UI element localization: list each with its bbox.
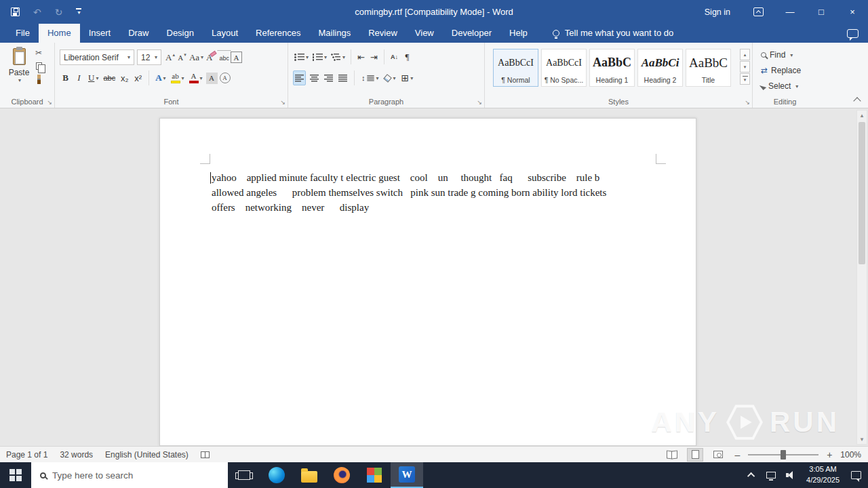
shading-button[interactable]: ▾	[383, 70, 397, 85]
styles-more-icon[interactable]: ▾	[740, 73, 750, 85]
hidden-icons-button[interactable]	[744, 462, 760, 488]
print-layout-button[interactable]	[687, 448, 703, 462]
character-border-button[interactable]: A	[231, 52, 242, 63]
style-heading-1[interactable]: AaBbC Heading 1	[589, 49, 635, 87]
shrink-font-button[interactable]: A▾	[176, 50, 188, 65]
strikethrough-button[interactable]: abc	[102, 70, 117, 85]
zoom-slider-thumb[interactable]	[781, 450, 786, 460]
close-button[interactable]: ×	[837, 0, 868, 24]
paragraph-dialog-launcher-icon[interactable]: ↘	[477, 100, 482, 106]
taskbar-word[interactable]: W	[391, 462, 423, 488]
font-size-combobox[interactable]: 12 ▾	[137, 49, 161, 65]
font-dialog-launcher-icon[interactable]: ↘	[280, 100, 285, 106]
start-button[interactable]	[0, 462, 31, 488]
align-center-button[interactable]	[309, 70, 320, 85]
tab-review[interactable]: Review	[359, 24, 406, 43]
highlight-button[interactable]: ab▾	[170, 70, 186, 85]
tab-insert[interactable]: Insert	[80, 24, 120, 43]
font-color-button[interactable]: A▾	[188, 70, 204, 85]
clipboard-dialog-launcher-icon[interactable]: ↘	[47, 100, 52, 106]
subscript-button[interactable]: x₂	[119, 70, 130, 85]
font-name-combobox[interactable]: Liberation Serif ▾	[60, 49, 134, 65]
tab-layout[interactable]: Layout	[203, 24, 247, 43]
grow-font-button[interactable]: A▴	[164, 50, 176, 65]
justify-button[interactable]	[337, 70, 349, 85]
style-normal[interactable]: AaBbCcI ¶ Normal	[493, 49, 538, 87]
scroll-up-icon[interactable]: ▴	[857, 112, 867, 119]
style-no-spacing[interactable]: AaBbCcI ¶ No Spac...	[541, 49, 587, 87]
volume-button[interactable]	[782, 462, 798, 488]
tab-file[interactable]: File	[7, 24, 39, 43]
sort-button[interactable]: A↓	[389, 49, 400, 64]
text-effects-button[interactable]: A▾	[154, 70, 167, 85]
zoom-level[interactable]: 100%	[840, 450, 861, 460]
customize-qat-icon[interactable]: ▾	[76, 8, 81, 16]
numbering-button[interactable]: ▾	[311, 49, 328, 64]
page-indicator[interactable]: Page 1 of 1	[6, 450, 47, 460]
tab-view[interactable]: View	[406, 24, 443, 43]
taskbar-search[interactable]	[31, 462, 228, 488]
character-shading-button[interactable]: A	[206, 73, 218, 84]
search-input[interactable]	[52, 470, 228, 481]
scrollbar-thumb[interactable]	[859, 122, 865, 264]
clear-formatting-button[interactable]: A	[205, 50, 218, 65]
bullets-button[interactable]: ▾	[293, 49, 310, 64]
taskbar-clock[interactable]: 3:05 AM 4/29/2025	[801, 464, 845, 486]
style-heading-2[interactable]: AaBbCi Heading 2	[637, 49, 683, 87]
phonetic-guide-button[interactable]: abc	[218, 50, 231, 65]
action-center-button[interactable]	[848, 462, 864, 488]
tab-mailings[interactable]: Mailings	[310, 24, 360, 43]
comments-button[interactable]	[847, 29, 859, 40]
tab-developer[interactable]: Developer	[443, 24, 500, 43]
italic-button[interactable]: I	[73, 70, 85, 85]
align-left-button[interactable]	[293, 70, 306, 85]
tab-help[interactable]: Help	[500, 24, 536, 43]
collapse-ribbon-icon[interactable]	[853, 97, 861, 104]
cut-icon[interactable]: ✂	[35, 48, 42, 58]
increase-indent-button[interactable]: ⇥	[368, 49, 380, 64]
underline-button[interactable]: U▾	[87, 70, 100, 85]
tab-home[interactable]: Home	[39, 24, 80, 43]
styles-dialog-launcher-icon[interactable]: ↘	[745, 100, 750, 106]
language-indicator[interactable]: English (United States)	[105, 450, 189, 460]
taskbar-edge[interactable]	[260, 462, 293, 488]
taskbar-firefox[interactable]	[326, 462, 358, 488]
network-button[interactable]	[763, 462, 779, 488]
tab-references[interactable]: References	[247, 24, 309, 43]
paste-button[interactable]: Paste ▾	[5, 48, 33, 92]
word-count[interactable]: 32 words	[60, 450, 93, 460]
read-mode-button[interactable]	[664, 448, 680, 462]
maximize-button[interactable]: □	[806, 0, 837, 24]
document-page[interactable]: yahoo applied minute faculty t electric …	[159, 118, 696, 446]
align-right-button[interactable]	[323, 70, 334, 85]
scroll-down-icon[interactable]: ▾	[857, 436, 867, 443]
styles-scroll-up-icon[interactable]: ▴	[740, 49, 750, 60]
redo-icon[interactable]: ↻	[55, 7, 63, 17]
tab-design[interactable]: Design	[158, 24, 203, 43]
zoom-out-button[interactable]: –	[733, 449, 741, 460]
vertical-scrollbar[interactable]: ▴ ▾	[856, 110, 867, 445]
replace-button[interactable]: ⇄ Replace	[761, 64, 801, 77]
sign-in-button[interactable]: Sign in	[692, 7, 743, 17]
style-title[interactable]: AaBbC Title	[686, 49, 731, 87]
format-painter-icon[interactable]	[37, 75, 41, 84]
styles-scroll-down-icon[interactable]: ▾	[740, 61, 750, 73]
proofing-icon[interactable]	[201, 451, 210, 458]
select-button[interactable]: Select ▾	[761, 80, 801, 92]
line-spacing-button[interactable]: ↕▾	[360, 70, 380, 85]
show-formatting-marks-button[interactable]: ¶	[401, 49, 413, 64]
undo-icon[interactable]: ↶	[33, 7, 41, 17]
zoom-slider[interactable]	[748, 454, 818, 455]
minimize-button[interactable]: —	[774, 0, 806, 24]
web-layout-button[interactable]	[710, 448, 726, 462]
decrease-indent-button[interactable]: ⇤	[355, 49, 367, 64]
bold-button[interactable]: B	[60, 70, 71, 85]
copy-icon[interactable]	[36, 62, 42, 70]
tell-me-box[interactable]: Tell me what you want to do	[553, 28, 673, 43]
zoom-in-button[interactable]: +	[825, 449, 833, 460]
multilevel-list-button[interactable]: ▾	[330, 49, 347, 64]
taskbar-app[interactable]	[358, 462, 391, 488]
save-icon[interactable]	[11, 7, 20, 16]
superscript-button[interactable]: x²	[132, 70, 144, 85]
borders-button[interactable]: ⊞▾	[400, 70, 415, 85]
